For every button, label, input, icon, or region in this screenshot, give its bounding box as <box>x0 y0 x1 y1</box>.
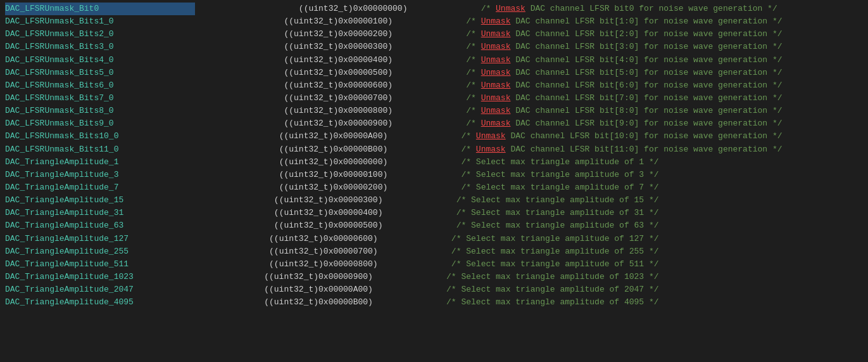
comment-keyword: Unmask <box>481 81 511 90</box>
comment: /* Select max triangle amplitude of 255 … <box>446 245 658 258</box>
comment: /* Select max triangle amplitude of 511 … <box>446 258 658 271</box>
identifier: DAC_LFSRUnmask_Bit0 <box>5 3 195 15</box>
comment-keyword: Select <box>466 234 496 243</box>
code-line: DAC_TriangleAmplitude_2047 ((uint32_t)0x… <box>5 283 863 296</box>
comment-keyword: Select <box>476 170 506 179</box>
identifier: DAC_TriangleAmplitude_511 <box>5 258 195 271</box>
spacing <box>195 194 274 207</box>
enum-value: ((uint32_t)0x00000400) <box>274 207 451 219</box>
spacing <box>195 105 284 117</box>
spacing <box>195 92 284 105</box>
enum-value: ((uint32_t)0x00000900) <box>264 271 441 283</box>
code-line: DAC_LFSRUnmask_Bits3_0 ((uint32_t)0x0000… <box>5 41 863 53</box>
spacing <box>195 181 279 194</box>
code-line: DAC_LFSRUnmask_Bit0 ((uint32_t)0x0000000… <box>5 3 863 15</box>
comment-keyword: Unmask <box>476 145 506 154</box>
code-line: DAC_LFSRUnmask_Bits10_0 ((uint32_t)0x000… <box>5 130 863 143</box>
code-line: DAC_TriangleAmplitude_3 ((uint32_t)0x000… <box>5 169 863 181</box>
spacing <box>195 28 284 41</box>
code-line: DAC_LFSRUnmask_Bits4_0 ((uint32_t)0x0000… <box>5 54 863 67</box>
comment: /* Unmask DAC channel LFSR bit[3:0] for … <box>461 41 782 53</box>
comment: /* Select max triangle amplitude of 31 *… <box>451 207 659 219</box>
enum-value: ((uint32_t)0x00000800) <box>269 258 446 271</box>
comment-keyword: Unmask <box>481 119 511 128</box>
code-line: DAC_TriangleAmplitude_255 ((uint32_t)0x0… <box>5 245 863 258</box>
comment: /* Unmask DAC channel LFSR bit[9:0] for … <box>461 117 782 130</box>
spacing <box>195 130 279 143</box>
identifier: DAC_LFSRUnmask_Bits11_0 <box>5 143 195 156</box>
comment: /* Unmask DAC channel LFSR bit[7:0] for … <box>461 92 782 105</box>
code-line: DAC_TriangleAmplitude_7 ((uint32_t)0x000… <box>5 181 863 194</box>
comment: /* Select max triangle amplitude of 2047… <box>441 283 658 296</box>
identifier: DAC_LFSRUnmask_Bits2_0 <box>5 28 195 41</box>
enum-value: ((uint32_t)0x00000900) <box>284 117 461 130</box>
comment-keyword: Select <box>466 247 496 256</box>
code-line: DAC_TriangleAmplitude_1 ((uint32_t)0x000… <box>5 156 863 169</box>
code-line: DAC_TriangleAmplitude_1023 ((uint32_t)0x… <box>5 271 863 283</box>
spacing <box>195 3 299 15</box>
spacing <box>195 54 284 67</box>
identifier: DAC_TriangleAmplitude_2047 <box>5 283 195 296</box>
comment-keyword: Unmask <box>481 29 511 39</box>
code-line: DAC_TriangleAmplitude_127 ((uint32_t)0x0… <box>5 233 863 245</box>
code-line: DAC_TriangleAmplitude_63 ((uint32_t)0x00… <box>5 219 863 232</box>
comment: /* Unmask DAC channel LFSR bit[11:0] for… <box>456 143 783 156</box>
comment-keyword: Unmask <box>481 68 511 77</box>
identifier: DAC_LFSRUnmask_Bits3_0 <box>5 41 195 53</box>
comment: /* Select max triangle amplitude of 4095… <box>441 296 658 309</box>
identifier: DAC_TriangleAmplitude_1 <box>5 156 195 169</box>
comment: /* Unmask DAC channel LFSR bit0 for nois… <box>476 3 777 15</box>
spacing <box>195 283 264 296</box>
identifier: DAC_TriangleAmplitude_15 <box>5 194 195 207</box>
enum-value: ((uint32_t)0x00000500) <box>284 67 461 79</box>
enum-value: ((uint32_t)0x00000300) <box>274 194 451 207</box>
comment-keyword: Select <box>476 157 506 167</box>
comment: /* Select max triangle amplitude of 15 *… <box>451 194 659 207</box>
comment-keyword: Unmask <box>481 55 511 65</box>
code-line: DAC_LFSRUnmask_Bits11_0 ((uint32_t)0x000… <box>5 143 863 156</box>
spacing <box>195 117 284 130</box>
spacing <box>195 156 279 169</box>
comment: /* Unmask DAC channel LFSR bit[8:0] for … <box>461 105 782 117</box>
spacing <box>195 271 264 283</box>
code-view: DAC_LFSRUnmask_Bit0 ((uint32_t)0x0000000… <box>5 3 863 309</box>
identifier: DAC_LFSRUnmask_Bits8_0 <box>5 105 195 117</box>
code-line: DAC_TriangleAmplitude_31 ((uint32_t)0x00… <box>5 207 863 219</box>
identifier: DAC_TriangleAmplitude_4095 <box>5 296 195 309</box>
enum-value: ((uint32_t)0x00000200) <box>284 28 461 41</box>
comment-keyword: Select <box>466 259 496 269</box>
comment: /* Select max triangle amplitude of 7 */ <box>456 181 659 194</box>
spacing <box>195 233 269 245</box>
code-line: DAC_TriangleAmplitude_4095 ((uint32_t)0x… <box>5 296 863 309</box>
enum-value: ((uint32_t)0x00000700) <box>284 92 461 105</box>
spacing <box>195 245 269 258</box>
enum-value: ((uint32_t)0x00000100) <box>279 169 456 181</box>
comment-keyword: Unmask <box>481 16 511 26</box>
identifier: DAC_TriangleAmplitude_255 <box>5 245 195 258</box>
spacing <box>195 296 264 309</box>
comment: /* Unmask DAC channel LFSR bit[6:0] for … <box>461 79 782 92</box>
spacing <box>195 41 284 53</box>
code-line: DAC_LFSRUnmask_Bits7_0 ((uint32_t)0x0000… <box>5 92 863 105</box>
code-line: DAC_LFSRUnmask_Bits8_0 ((uint32_t)0x0000… <box>5 105 863 117</box>
identifier: DAC_TriangleAmplitude_31 <box>5 207 195 219</box>
spacing <box>195 219 274 232</box>
identifier: DAC_TriangleAmplitude_1023 <box>5 271 195 283</box>
comment: /* Select max triangle amplitude of 127 … <box>446 233 658 245</box>
code-line: DAC_TriangleAmplitude_15 ((uint32_t)0x00… <box>5 194 863 207</box>
enum-value: ((uint32_t)0x00000B00) <box>264 296 441 309</box>
enum-value: ((uint32_t)0x00000600) <box>284 79 461 92</box>
enum-value: ((uint32_t)0x00000200) <box>279 181 456 194</box>
identifier: DAC_TriangleAmplitude_7 <box>5 181 195 194</box>
spacing <box>195 79 284 92</box>
comment-keyword: Select <box>461 272 491 281</box>
enum-value: ((uint32_t)0x00000700) <box>269 245 446 258</box>
comment: /* Select max triangle amplitude of 1023… <box>441 271 658 283</box>
comment: /* Select max triangle amplitude of 1 */ <box>456 156 659 169</box>
identifier: DAC_TriangleAmplitude_3 <box>5 169 195 181</box>
identifier: DAC_LFSRUnmask_Bits4_0 <box>5 54 195 67</box>
identifier: DAC_TriangleAmplitude_127 <box>5 233 195 245</box>
identifier: DAC_LFSRUnmask_Bits1_0 <box>5 15 195 28</box>
comment: /* Unmask DAC channel LFSR bit[2:0] for … <box>461 28 782 41</box>
enum-value: ((uint32_t)0x00000800) <box>284 105 461 117</box>
